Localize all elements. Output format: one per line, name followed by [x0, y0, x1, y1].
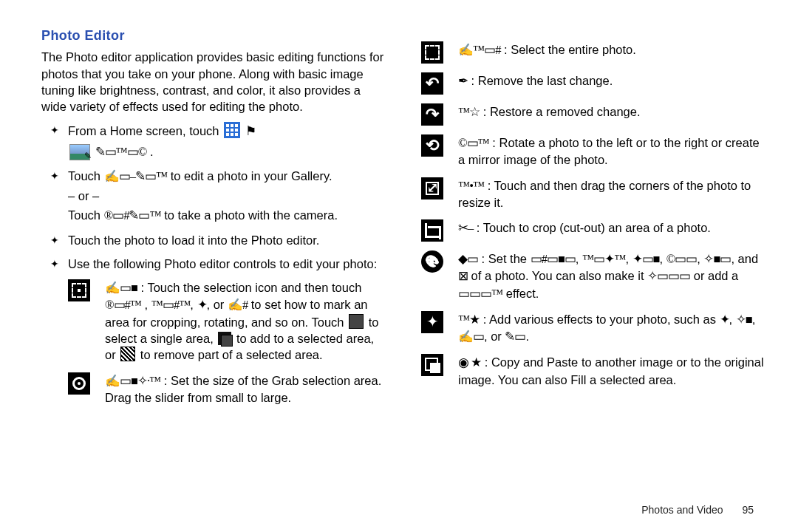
- step-home-screen: From a Home screen, touch ⚑ ✎▭™▭© .: [68, 122, 386, 160]
- resize-desc: ™•™ : Touch and then drag the corners of…: [458, 177, 765, 211]
- photo-editor-label: ✎▭™▭©: [95, 145, 147, 159]
- step-controls-intro: Use the following Photo editor controls …: [68, 256, 386, 406]
- manual-page: Photo Editor The Photo editor applicatio…: [0, 0, 798, 532]
- step-select-or-take: Touch ✍▭–✎▭™ to edit a photo in your Gal…: [68, 168, 386, 225]
- resize-icon: [421, 177, 443, 200]
- select-remove-icon: [120, 347, 135, 361]
- tools-desc: ◉ ★ : Copy and Paste to another image or…: [458, 354, 765, 388]
- selection-desc: ✍▭■ : Touch the selection icon and then …: [105, 279, 386, 363]
- section-title: Photo Editor: [41, 27, 386, 44]
- page-footer: Photos and Video 95: [641, 503, 754, 517]
- selection-size-desc: ✍▭■✧·™ : Set the size of the Grab select…: [105, 372, 386, 406]
- color-icon: [421, 250, 443, 273]
- take-picture-label: ®▭#✎▭™: [104, 208, 161, 222]
- footer-section: Photos and Video: [641, 504, 723, 516]
- redo-desc: ™☆ : Restore a removed change.: [458, 103, 765, 126]
- select-add-icon: [218, 332, 231, 345]
- rotate-desc: ©▭™ : Rotate a photo to the left or to t…: [458, 134, 765, 168]
- or-line: – or –: [68, 189, 99, 202]
- rotate-icon: [421, 134, 443, 157]
- selection-icon: [68, 279, 90, 301]
- select-picture-label: ✍▭–✎▭™: [104, 169, 167, 183]
- intro-paragraph: The Photo editor application provides ba…: [41, 49, 386, 115]
- right-column: ✍™▭# : Select the entire photo. ✒ : Remo…: [421, 27, 765, 415]
- period: .: [150, 145, 154, 158]
- select-single-icon: [349, 314, 364, 329]
- tools-icon: [421, 354, 443, 376]
- apps-icon: [224, 122, 240, 138]
- undo-desc: ✒ : Remove the last change.: [458, 72, 765, 95]
- undo-icon: [421, 72, 443, 95]
- select-all-icon: [421, 41, 443, 64]
- color-desc: ◆▭ : Set the ▭#▭■▭, ™▭✦™, ✦▭■, ©▭▭, ✧■▭,…: [458, 250, 765, 302]
- selection-size-icon: [68, 372, 90, 395]
- apps-label-glyphs: ⚑: [245, 124, 256, 138]
- photo-editor-icon: [69, 144, 90, 160]
- crop-desc: ✂– : Touch to crop (cut-out) an area of …: [458, 219, 765, 242]
- left-column: Photo Editor The Photo editor applicatio…: [41, 27, 386, 415]
- step-touch-photo: Touch the photo to load it into the Phot…: [68, 232, 386, 248]
- crop-icon: [421, 219, 443, 242]
- redo-icon: [421, 103, 443, 126]
- effects-icon: [421, 311, 443, 333]
- effects-desc: ™★ : Add various effects to your photo, …: [458, 311, 765, 346]
- footer-page-number: 95: [742, 504, 754, 516]
- select-all-desc: ✍™▭# : Select the entire photo.: [458, 41, 765, 64]
